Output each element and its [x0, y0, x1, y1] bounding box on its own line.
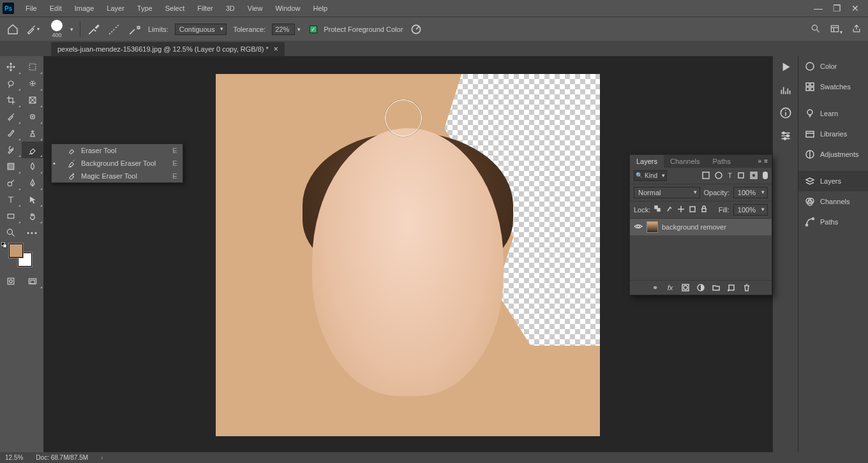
type-tool[interactable]	[0, 191, 22, 208]
delete-icon[interactable]	[742, 283, 751, 292]
new-layer-icon[interactable]	[727, 283, 736, 292]
adjustment-layer-icon[interactable]	[696, 283, 705, 292]
lock-artboard-icon[interactable]	[689, 205, 696, 214]
menu-select[interactable]: Select	[159, 2, 191, 15]
path-select-tool[interactable]	[22, 191, 43, 208]
layer-style-icon[interactable]: fx	[666, 283, 675, 292]
menu-type[interactable]: Type	[131, 2, 159, 15]
sampling-continuous-icon[interactable]	[87, 22, 101, 36]
tolerance-input[interactable]: 22%	[272, 24, 295, 35]
lock-all-icon[interactable]	[700, 205, 708, 214]
doc-size[interactable]: Doc: 68.7M/87.5M	[36, 454, 88, 461]
panel-menu-icon[interactable]: ≡	[764, 158, 768, 165]
filter-smart-icon[interactable]	[750, 172, 758, 180]
pressure-icon[interactable]	[409, 22, 423, 36]
play-icon[interactable]	[779, 60, 793, 74]
document-tab[interactable]: pexels-juan-mendez-1536619.jpg @ 12.5% (…	[51, 42, 285, 56]
tab-paths[interactable]: Paths	[707, 155, 737, 168]
fill-input[interactable]: 100%	[733, 204, 768, 216]
properties-icon[interactable]	[779, 129, 793, 143]
panel-layers[interactable]: Layers	[798, 171, 868, 191]
filter-toggle-icon[interactable]	[763, 172, 768, 179]
link-layers-icon[interactable]: ⚭	[650, 283, 659, 292]
move-tool[interactable]	[0, 59, 22, 75]
tab-layers[interactable]: Layers	[630, 155, 664, 168]
tab-channels[interactable]: Channels	[664, 155, 706, 168]
menu-layer[interactable]: Layer	[100, 2, 131, 15]
history-brush-tool[interactable]	[0, 142, 22, 158]
pen-tool[interactable]	[22, 175, 43, 191]
layer-mask-icon[interactable]	[681, 283, 690, 292]
filter-adjustment-icon[interactable]	[715, 172, 722, 180]
panel-swatches[interactable]: Swatches	[798, 77, 868, 97]
frame-tool[interactable]	[22, 92, 43, 108]
menu-window[interactable]: Window	[269, 2, 306, 15]
status-flyout-icon[interactable]: ›	[101, 454, 103, 461]
quick-select-tool[interactable]	[22, 75, 43, 92]
marquee-tool[interactable]	[22, 59, 43, 75]
foreground-color-swatch[interactable]	[9, 244, 23, 258]
document-canvas[interactable]	[216, 74, 600, 436]
workspace-switcher-icon[interactable]: ▾	[830, 24, 842, 35]
search-icon[interactable]	[811, 24, 821, 35]
tab-close-icon[interactable]: ×	[274, 45, 278, 54]
panel-libraries[interactable]: Libraries	[798, 124, 868, 144]
close-icon[interactable]: ✕	[851, 3, 859, 13]
brush-tool[interactable]	[0, 125, 22, 142]
hand-tool[interactable]	[22, 208, 43, 224]
zoom-level[interactable]: 12.5%	[5, 454, 23, 461]
menu-3d[interactable]: 3D	[220, 2, 241, 15]
lock-transparency-icon[interactable]	[654, 205, 662, 214]
zoom-tool[interactable]	[0, 224, 22, 241]
panel-color[interactable]: Color	[798, 56, 868, 77]
flyout-magic-eraser[interactable]: Magic Eraser Tool E	[52, 170, 183, 182]
clone-stamp-tool[interactable]	[22, 125, 43, 142]
sampling-swatch-icon[interactable]	[128, 22, 142, 36]
menu-file[interactable]: File	[19, 2, 43, 15]
opacity-input[interactable]: 100%	[733, 187, 768, 198]
menu-image[interactable]: Image	[68, 2, 101, 15]
brush-preset-picker[interactable]: 400 ▾	[46, 20, 73, 39]
gradient-tool[interactable]	[0, 158, 22, 175]
menu-help[interactable]: Help	[307, 2, 334, 15]
dodge-tool[interactable]	[0, 175, 22, 191]
edit-toolbar[interactable]: •••	[22, 224, 43, 241]
restore-icon[interactable]: ❐	[833, 3, 841, 13]
group-icon[interactable]	[712, 283, 721, 292]
lock-pixels-icon[interactable]	[666, 205, 673, 214]
flyout-eraser[interactable]: Eraser Tool E	[52, 144, 183, 157]
layer-filter-kind[interactable]: Kind	[634, 170, 667, 181]
tool-preset-picker[interactable]: ▾	[26, 22, 40, 36]
panel-channels[interactable]: Channels	[798, 191, 868, 212]
menu-filter[interactable]: Filter	[191, 2, 219, 15]
share-icon[interactable]	[851, 24, 862, 35]
info-icon[interactable]	[779, 106, 793, 120]
sampling-once-icon[interactable]	[107, 22, 121, 36]
layer-row[interactable]: background remover	[630, 219, 772, 235]
panel-learn[interactable]: Learn	[798, 103, 868, 124]
menu-edit[interactable]: Edit	[43, 2, 68, 15]
filter-shape-icon[interactable]	[737, 172, 745, 180]
flyout-bg-eraser[interactable]: • Background Eraser Tool E	[52, 157, 183, 170]
healing-tool[interactable]	[22, 108, 43, 125]
minimize-icon[interactable]: —	[814, 3, 823, 13]
lasso-tool[interactable]	[0, 75, 22, 92]
visibility-icon[interactable]	[634, 223, 643, 231]
filter-pixel-icon[interactable]	[702, 172, 710, 180]
menu-view[interactable]: View	[241, 2, 269, 15]
eyedropper-tool[interactable]	[0, 108, 22, 125]
filter-type-icon[interactable]: T	[728, 172, 732, 180]
blur-tool[interactable]	[22, 158, 43, 175]
layer-name[interactable]: background remover	[662, 223, 726, 231]
protect-fg-checkbox[interactable]: ✓	[310, 26, 317, 33]
rectangle-tool[interactable]	[0, 208, 22, 224]
default-colors-icon[interactable]	[1, 242, 8, 249]
blend-mode-select[interactable]: Normal	[634, 187, 700, 198]
collapse-icon[interactable]: »	[758, 158, 762, 165]
quick-mask-icon[interactable]	[0, 273, 22, 290]
histogram-icon[interactable]	[779, 83, 793, 97]
home-icon[interactable]	[6, 24, 19, 35]
limits-select[interactable]: Contiguous	[175, 24, 227, 35]
lock-position-icon[interactable]	[677, 205, 685, 214]
panel-adjustments[interactable]: Adjustments	[798, 144, 868, 165]
